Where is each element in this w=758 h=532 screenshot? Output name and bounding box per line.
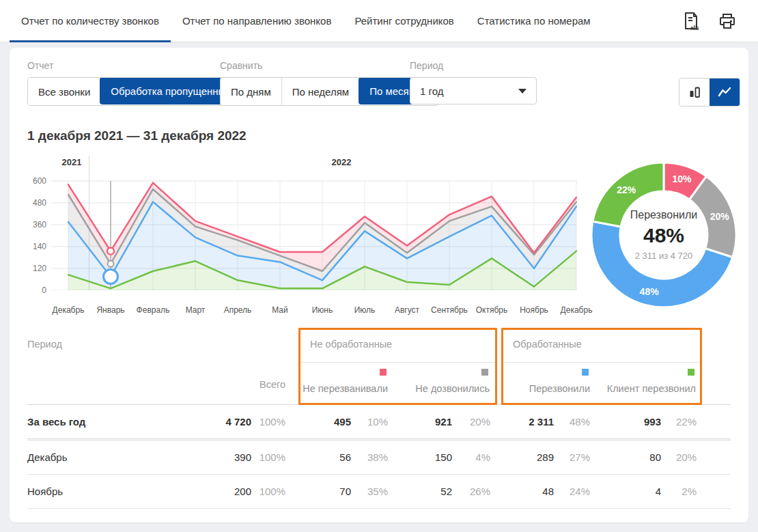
report-card: Отчет Все звонки Обработка пропущенных С… [10,48,748,522]
chart-marker-point-2[interactable] [104,270,118,284]
column-client-called-back: Клиент перезвонил [607,369,696,394]
x-axis-month-label: Июль [343,305,387,315]
legend-square-gray [481,369,488,376]
compare-option-by-weeks[interactable]: По неделям [281,78,359,105]
row-value-cell: 200 [164,486,251,497]
y-axis-tick-label: 140 [27,241,46,252]
y-axis-tick-label: 480 [27,197,46,208]
x-axis-month-label: Сентябрь [427,305,471,315]
row-percent-cell: 20% [452,416,490,428]
row-value-cell: 52 [388,486,452,497]
row-period-label: Ноябрь [27,486,164,497]
row-period-label: За весь год [27,416,164,428]
row-percent-cell: 20% [661,451,697,463]
filter-period-label: Период [410,60,537,71]
donut-chart: 10%20%48%22% Перезвонили 48% 2 311 из 4 … [590,161,738,309]
tab-label: Отчет по направлению звонков [182,15,331,27]
x-axis-month-label: Январь [89,305,132,315]
chart-region: 6004803601401200 20212022 ДекабрьЯнварьФ… [27,150,731,322]
row-percent-cell: 100% [251,416,285,428]
tab-label: Статистика по номерам [477,15,591,27]
table-row: За весь год4 720100%49510%92120%2 31148%… [27,405,731,440]
x-axis-month-label: Июнь [300,305,344,315]
donut-slice-label: 22% [617,184,636,195]
period-select[interactable]: 1 год [410,77,537,104]
row-percent-cell: 10% [351,416,388,428]
active-tab-underline [10,40,171,42]
report-option-all-calls[interactable]: Все звонки [28,78,100,105]
row-percent-cell: 24% [554,486,590,497]
row-percent-cell: 100% [251,486,285,497]
chevron-down-icon [518,89,527,94]
row-percent-cell: 100% [251,451,285,463]
row-percent-cell: 2% [661,486,697,497]
x-axis-month-label: Октябрь [470,305,514,315]
y-axis-tick-label: 600 [27,176,46,186]
bar-chart-toggle-button[interactable] [679,79,710,106]
date-range-title: 1 декабря 2021 — 31 декабря 2022 [27,128,247,143]
row-percent-cell: 26% [452,486,490,497]
column-not-reached: Не дозвонились [415,369,490,394]
filter-report-label: Отчет [27,60,242,71]
line-chart-icon [717,85,732,99]
tab-numbers-statistics[interactable]: Статистика по номерам [466,0,602,42]
x-axis-month-label: Апрель [216,305,259,315]
row-period-label: Декабрь [27,451,164,463]
y-axis-tick-label: 360 [27,219,46,230]
donut-percent: 48% [613,224,715,247]
row-value-cell: 390 [164,451,251,463]
x-axis-month-label: Февраль [131,305,175,315]
line-chart-plot[interactable] [51,174,577,290]
tab-calls-direction-report[interactable]: Отчет по направлению звонков [171,0,343,42]
row-value-cell: 70 [285,486,351,497]
chart-marker-point-0[interactable] [107,248,114,255]
export-xls-icon[interactable]: xls [683,11,699,31]
legend-square-red [380,369,387,376]
x-axis-month-label: Декабрь [46,305,90,315]
bar-chart-icon [688,85,701,99]
chart-type-toggle [679,78,740,107]
table-row: Ноябрь200100%7035%5226%4824%42% [27,475,731,509]
row-value-cell: 48 [490,486,554,497]
group-unprocessed-title: Не обработанные [300,330,495,350]
group-processed: Обработанные Перезвонили Клиент перезвон… [501,328,702,405]
row-value-cell: 289 [490,451,554,463]
group-unprocessed: Не обработанные Не перезванивали Не дозв… [298,328,497,405]
print-icon[interactable] [718,13,736,29]
period-column-header: Период [27,339,62,350]
tab-employee-rating[interactable]: Рейтинг сотрудников [343,0,465,42]
y-axis-tick-label: 0 [27,285,46,296]
tab-label: Отчет по количеству звонков [21,15,159,27]
donut-center: Перезвонили 48% 2 311 из 4 720 [613,209,715,261]
filter-period: Период 1 год [410,60,537,104]
donut-slice-label: 10% [673,173,692,184]
compare-option-by-days[interactable]: По дням [221,78,281,105]
chart-year-label: 2022 [321,157,362,167]
row-value-cell: 4 [590,486,661,497]
donut-title: Перезвонили [613,209,715,221]
row-value-cell: 921 [388,416,452,428]
line-chart-toggle-button[interactable] [710,79,740,106]
table-body: За весь год4 720100%49510%92120%2 31148%… [27,405,731,509]
group-divider [300,362,495,363]
row-percent-cell: 35% [351,486,388,497]
table-header: Период Всего Не обработанные Не перезван… [27,328,731,405]
report-segmented-control: Все звонки Обработка пропущенных [27,77,242,106]
x-axis-month-label: Март [173,305,217,315]
filter-compare: Сравнить По дням По неделям По месяцам [220,60,438,106]
row-value-cell: 4 720 [164,416,251,428]
period-select-value: 1 год [420,85,443,97]
tab-calls-count-report[interactable]: Отчет по количеству звонков [10,0,171,42]
filter-compare-label: Сравнить [220,60,438,71]
row-value-cell: 993 [590,416,661,428]
row-percent-cell: 48% [554,416,590,428]
legend-square-blue [582,369,589,376]
svg-text:xls: xls [690,25,699,31]
chart-marker-point-1[interactable] [108,261,114,267]
row-value-cell: 150 [388,451,452,463]
stats-table: Период Всего Не обработанные Не перезван… [27,328,731,509]
group-processed-title: Обработанные [503,330,700,350]
column-not-called-back: Не перезванивали [303,369,388,394]
top-tab-bar: Отчет по количеству звонков Отчет по нап… [0,0,758,42]
total-column-header: Всего [217,379,285,390]
